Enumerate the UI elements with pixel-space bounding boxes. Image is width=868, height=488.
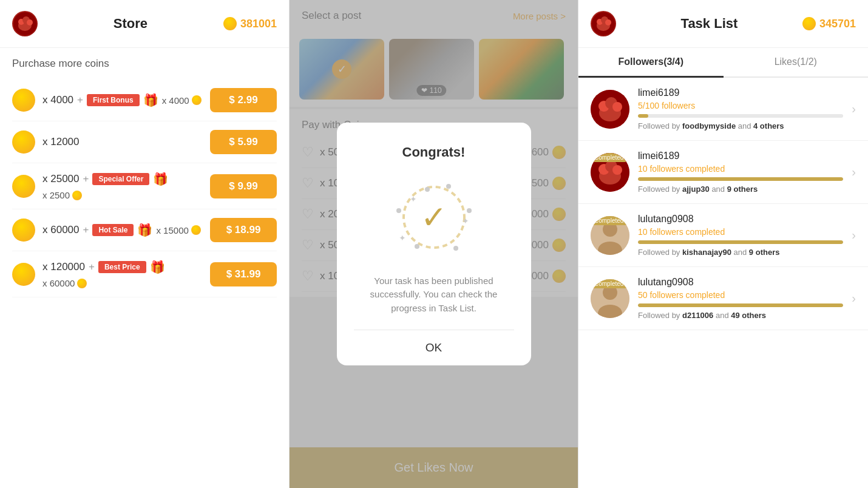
gift-icon-1: 🎁 (143, 93, 158, 107)
item-desc-1: x 4000 + First Bonus 🎁 x 4000 (42, 93, 210, 107)
completed-badge-3: Completed (591, 216, 627, 225)
coin-icon-2 (12, 130, 35, 154)
task-followed-by-4: Followed by d211006 and 49 others (638, 311, 843, 320)
task-coin-count: 345701 (819, 18, 856, 30)
task-name-4: lulutang0908 (638, 277, 843, 288)
item-amount-5: x 120000 (42, 261, 85, 273)
dot-5 (415, 244, 419, 249)
task-item-1[interactable]: limei6189 5/100 followers Followed by fo… (578, 78, 868, 141)
task-list: limei6189 5/100 followers Followed by fo… (578, 78, 868, 488)
task-followers-3: 10 followers completed (638, 227, 843, 237)
task-progress-bar-bg-1 (638, 114, 843, 118)
buy-btn-4[interactable]: $ 18.99 (210, 218, 277, 242)
small-coin-1 (192, 95, 202, 105)
store-item-3: x 25000 + Special Offer 🎁 x 2500 $ 9.99 (12, 163, 277, 209)
completed-badge-4: Completed (591, 279, 627, 288)
chevron-right-1: › (852, 102, 856, 116)
task-avatar-2: Completed (591, 153, 629, 192)
svg-point-10 (605, 19, 611, 25)
task-progress-bar-bg-3 (638, 240, 843, 244)
store-header: Store 381001 (0, 0, 289, 48)
task-header: Task List 345701 (578, 0, 868, 48)
task-coin-icon (802, 17, 816, 30)
task-info-4: lulutang0908 50 followers completed Foll… (638, 277, 843, 320)
store-panel: Store 381001 Purchase more coins x 4000 … (0, 0, 290, 488)
item-badge-3: Special Offer (92, 173, 149, 185)
task-info-3: lulutang0908 10 followers completed Foll… (638, 214, 843, 257)
task-followers-1: 5/100 followers (638, 101, 843, 110)
sparkle-3: ✦ (399, 233, 406, 243)
coin-icon-1 (12, 89, 35, 112)
task-progress-bar-bg-2 (638, 177, 843, 181)
bonus-amount-1: x 4000 (162, 95, 202, 106)
item-desc-5: x 120000 + Best Price 🎁 x 60000 (42, 260, 210, 288)
task-title: Task List (616, 16, 802, 32)
task-info-2: limei6189 10 followers completed Followe… (638, 151, 843, 194)
task-item-2[interactable]: Completed limei6189 10 followers complet… (578, 141, 868, 204)
modal-title: Congrats! (402, 144, 466, 160)
task-item-3[interactable]: Completed lulutang0908 10 followers comp… (578, 204, 868, 267)
congrats-modal: Congrats! ✦ ✦ ✦ ✓ (337, 123, 531, 366)
dot-3 (396, 208, 401, 213)
modal-circle-area: ✦ ✦ ✦ ✓ (392, 175, 476, 260)
task-progress-bar-4 (638, 303, 843, 307)
task-progress-bar-1 (638, 114, 648, 118)
task-followers-4: 50 followers completed (638, 290, 843, 300)
task-followers-2: 10 followers completed (638, 164, 843, 174)
svg-point-15 (612, 102, 622, 112)
svg-point-4 (27, 19, 33, 25)
store-coin-icon (223, 17, 237, 30)
task-tabs: Followers(3/4) Likes(1/2) (578, 48, 868, 78)
modal-checkmark: ✓ (421, 199, 447, 236)
modal-ok-button[interactable]: OK (354, 330, 514, 365)
task-avatar-3: Completed (591, 216, 629, 255)
bonus-amount-4: x 15000 (156, 225, 200, 236)
small-coin-5 (77, 279, 87, 288)
task-panel: Task List 345701 Followers(3/4) Likes(1/… (578, 0, 868, 488)
chevron-right-2: › (852, 165, 856, 179)
gift-icon-4: 🎁 (137, 223, 152, 237)
task-item-4[interactable]: Completed lulutang0908 50 followers comp… (578, 267, 868, 330)
gift-icon-5: 🎁 (150, 260, 165, 274)
dot-1 (425, 187, 430, 192)
task-name-1: limei6189 (638, 87, 843, 98)
buy-btn-3[interactable]: $ 9.99 (210, 174, 277, 198)
task-coin-badge: 345701 (802, 17, 856, 30)
modal-overlay: Congrats! ✦ ✦ ✦ ✓ (290, 0, 578, 488)
task-followed-by-1: Followed by foodbymyside and 4 others (638, 121, 843, 130)
bonus-amount-5: x 60000 (42, 278, 87, 288)
store-coin-badge: 381001 (223, 17, 277, 30)
task-followed-by-2: Followed by ajjup30 and 9 others (638, 185, 843, 194)
item-badge-4: Hot Sale (92, 224, 134, 236)
chevron-right-4: › (852, 291, 856, 305)
store-item-4: x 60000 + Hot Sale 🎁 x 15000 $ 18.99 (12, 209, 277, 251)
task-followed-by-3: Followed by kishanajay90 and 9 others (638, 248, 843, 257)
chevron-right-3: › (852, 228, 856, 242)
store-coin-count: 381001 (240, 18, 277, 30)
store-item-1: x 4000 + First Bonus 🎁 x 4000 $ 2.99 (12, 80, 277, 121)
buy-btn-1[interactable]: $ 2.99 (210, 88, 277, 112)
buy-btn-2[interactable]: $ 5.99 (210, 130, 277, 154)
tab-followers[interactable]: Followers(3/4) (578, 48, 724, 78)
store-items-list: x 4000 + First Bonus 🎁 x 4000 $ 2.99 x 1… (0, 75, 289, 488)
dot-4 (467, 208, 472, 213)
task-avatar-img-1 (591, 90, 629, 129)
item-desc-2: x 12000 (42, 136, 210, 148)
dot-2 (446, 184, 451, 189)
store-title: Store (38, 16, 223, 32)
task-avatar-4: Completed (591, 279, 629, 318)
sparkle-1: ✦ (410, 194, 417, 204)
item-badge-5: Best Price (98, 261, 146, 273)
small-coin-3 (72, 191, 82, 200)
store-avatar (12, 11, 38, 36)
item-badge-1: First Bonus (87, 94, 140, 106)
item-desc-3: x 25000 + Special Offer 🎁 x 2500 (42, 172, 210, 200)
item-amount-1: x 4000 (42, 94, 73, 106)
item-desc-4: x 60000 + Hot Sale 🎁 x 15000 (42, 223, 210, 237)
svg-point-20 (612, 165, 622, 175)
task-avatar-header (591, 11, 616, 36)
buy-btn-5[interactable]: $ 31.99 (210, 262, 277, 286)
tab-likes[interactable]: Likes(1/2) (724, 48, 869, 78)
task-progress-bar-3 (638, 240, 843, 244)
store-item-2: x 12000 $ 5.99 (12, 121, 277, 163)
